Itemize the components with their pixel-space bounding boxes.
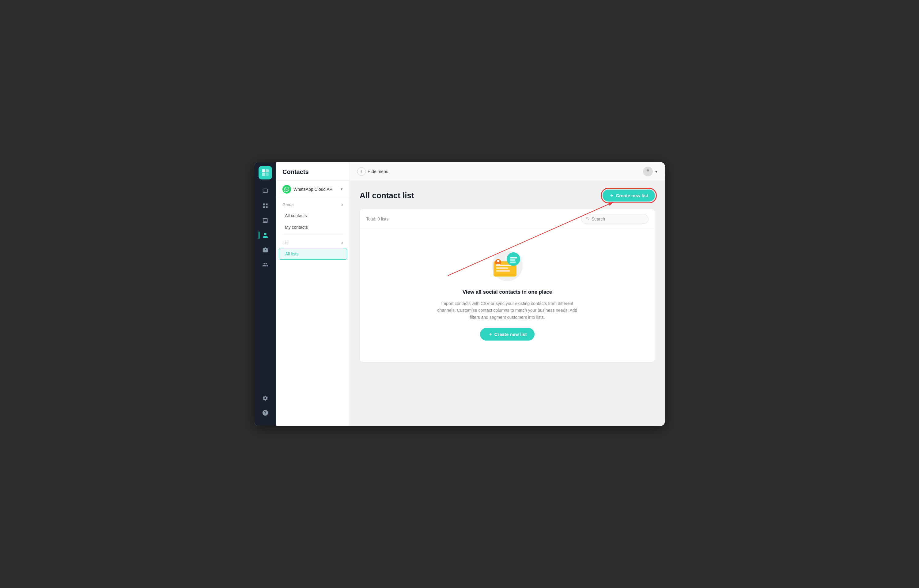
search-input[interactable] xyxy=(591,216,644,221)
list-toolbar: Total: 0 lists xyxy=(360,209,655,229)
svg-rect-2 xyxy=(262,173,265,176)
channel-name: WhatsApp Cloud API xyxy=(294,187,337,192)
sidebar-item-my-contacts[interactable]: My contacts xyxy=(279,222,347,233)
channel-chevron-icon: ▼ xyxy=(340,187,343,191)
svg-point-14 xyxy=(497,260,499,262)
sidebar-divider xyxy=(283,234,343,235)
settings-nav-icon[interactable] xyxy=(258,391,272,405)
list-section: List ∧ All lists xyxy=(276,236,349,260)
page-header: All contact list ＋ Create new list xyxy=(360,189,655,202)
svg-rect-0 xyxy=(262,170,265,173)
svg-rect-12 xyxy=(510,262,516,263)
create-btn-center-label: Create new list xyxy=(494,332,527,337)
create-new-list-button-top[interactable]: ＋ Create new list xyxy=(602,189,655,202)
empty-state-description: Import contacts with CSV or sync your ex… xyxy=(434,300,581,321)
empty-state-illustration xyxy=(484,247,530,284)
list-chevron-icon: ∧ xyxy=(341,241,343,245)
team-nav-icon[interactable] xyxy=(258,258,272,271)
sidebar-title: Contacts xyxy=(276,162,349,181)
list-section-header: List ∧ xyxy=(276,236,349,247)
hide-menu-label: Hide menu xyxy=(368,169,388,174)
topbar: Hide menu ▾ xyxy=(350,162,665,181)
svg-rect-7 xyxy=(496,267,508,269)
sidebar-item-all-contacts[interactable]: All contacts xyxy=(279,210,347,221)
broadcast-nav-icon[interactable] xyxy=(258,243,272,257)
search-icon xyxy=(586,216,590,221)
sidebar: Contacts WhatsApp Cloud API ▼ Group ∧ Al… xyxy=(276,162,350,426)
total-count-label: Total: 0 lists xyxy=(366,216,388,221)
topbar-chevron-icon[interactable]: ▾ xyxy=(655,170,657,174)
create-new-list-button-center[interactable]: ＋ Create new list xyxy=(480,328,535,341)
list-section-title: List xyxy=(283,241,289,245)
content-area: All contact list ＋ Create new list Total… xyxy=(350,181,665,426)
group-section-title: Group xyxy=(283,202,294,207)
sidebar-item-all-lists[interactable]: All lists xyxy=(279,248,347,260)
svg-rect-8 xyxy=(496,270,510,271)
group-chevron-icon: ∧ xyxy=(341,203,343,207)
group-section-header: Group ∧ xyxy=(276,198,349,210)
help-nav-icon[interactable] xyxy=(258,406,272,420)
svg-point-9 xyxy=(507,252,520,266)
chat-nav-icon[interactable] xyxy=(258,184,272,198)
plus-icon-center: ＋ xyxy=(488,331,493,337)
create-btn-label: Create new list xyxy=(616,193,648,198)
group-section: Group ∧ All contacts My contacts xyxy=(276,198,349,233)
svg-rect-3 xyxy=(266,173,269,176)
main-area: Hide menu ▾ All contact list ＋ Create ne… xyxy=(350,162,665,426)
grid-nav-icon[interactable] xyxy=(258,199,272,213)
icon-bar xyxy=(254,162,276,426)
empty-state: View all social contacts in one place Im… xyxy=(360,229,655,362)
search-box[interactable] xyxy=(581,214,649,224)
svg-rect-11 xyxy=(510,259,515,261)
back-circle-icon xyxy=(357,167,366,176)
list-panel: Total: 0 lists xyxy=(360,209,655,362)
svg-rect-1 xyxy=(266,170,269,173)
topbar-right: ▾ xyxy=(643,166,657,176)
whatsapp-icon xyxy=(283,185,291,194)
channel-selector[interactable]: WhatsApp Cloud API ▼ xyxy=(276,181,349,198)
inbox-nav-icon[interactable] xyxy=(258,214,272,227)
svg-rect-10 xyxy=(510,257,517,258)
empty-state-title: View all social contacts in one place xyxy=(463,289,552,295)
app-logo xyxy=(258,166,272,179)
page-title: All contact list xyxy=(360,191,414,200)
plus-icon: ＋ xyxy=(609,193,614,199)
user-avatar xyxy=(643,166,653,176)
hide-menu-button[interactable]: Hide menu xyxy=(357,167,388,176)
contacts-nav-icon[interactable] xyxy=(258,228,272,242)
